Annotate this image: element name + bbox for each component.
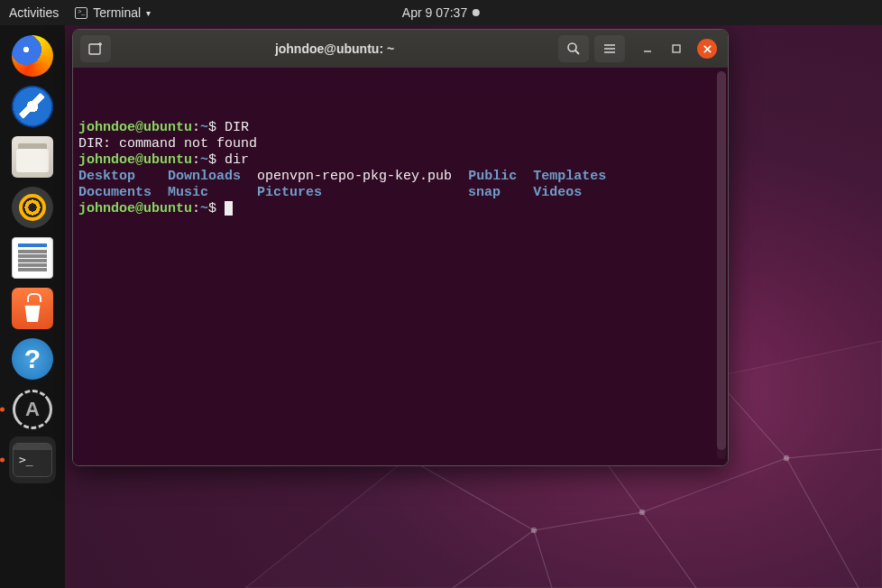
dir-entry: Music: [168, 185, 208, 200]
activities-label: Activities: [9, 5, 59, 20]
help-icon: ?: [12, 338, 53, 380]
dock-item-files[interactable]: [9, 133, 56, 180]
close-button[interactable]: [697, 39, 717, 59]
svg-rect-21: [673, 45, 680, 52]
prompt-userhost: johndoe@ubuntu: [78, 120, 192, 135]
rhythmbox-icon: [12, 187, 53, 228]
maximize-icon: [671, 43, 682, 54]
prompt-sep: :: [192, 152, 200, 168]
hamburger-menu-button[interactable]: [594, 35, 625, 62]
libreoffice-writer-icon: [12, 237, 53, 279]
command-text: DIR: [225, 120, 249, 135]
new-tab-button[interactable]: [80, 35, 111, 62]
datetime-label: Apr 9 07:37: [402, 5, 467, 20]
dock: ?: [0, 25, 65, 588]
app-menu-label: Terminal: [93, 5, 141, 20]
top-bar: Activities Terminal ▾ Apr 9 07:37: [0, 0, 882, 25]
dock-item-writer[interactable]: [9, 234, 56, 281]
terminal-output-line: DIR: command not found: [78, 136, 722, 152]
dir-entry: Pictures: [257, 185, 322, 200]
svg-point-14: [531, 528, 537, 533]
terminal-line: johndoe@ubuntu:~$ DIR: [78, 120, 722, 136]
chevron-down-icon: ▾: [146, 8, 151, 18]
svg-point-18: [568, 43, 576, 51]
dock-item-help[interactable]: ?: [9, 335, 56, 382]
dir-entry: Downloads: [168, 169, 241, 184]
app-menu-button[interactable]: Terminal ▾: [75, 5, 151, 20]
minimize-button[interactable]: [639, 41, 656, 57]
dock-item-updater[interactable]: [9, 386, 56, 433]
hamburger-icon: [602, 41, 617, 56]
dock-item-thunderbird[interactable]: [9, 83, 56, 130]
dock-item-terminal[interactable]: [9, 436, 56, 483]
ubuntu-software-icon: [12, 288, 53, 329]
activities-button[interactable]: Activities: [9, 5, 59, 20]
close-icon: [703, 44, 712, 54]
terminal-icon: [13, 443, 52, 477]
dir-entry: Templates: [533, 169, 606, 184]
terminal-dir-row: Documents Music Pictures snap Videos: [78, 185, 722, 201]
software-updater-icon: [13, 390, 52, 429]
svg-line-19: [575, 51, 579, 54]
maximize-button[interactable]: [668, 41, 684, 57]
command-text: dir: [225, 152, 249, 168]
thunderbird-icon: [12, 86, 53, 127]
prompt-path: ~: [200, 152, 208, 168]
prompt-symbol: $: [208, 120, 225, 135]
search-icon: [566, 41, 581, 56]
terminal-dir-row: Desktop Downloads openvpn-repo-pkg-key.p…: [78, 169, 722, 185]
notification-dot-icon: [473, 9, 480, 16]
prompt-userhost: johndoe@ubuntu: [78, 152, 192, 168]
svg-point-16: [784, 455, 789, 461]
dock-item-rhythmbox[interactable]: [9, 184, 56, 231]
dir-entry: Documents: [78, 185, 152, 200]
dir-entry: Videos: [533, 185, 582, 200]
firefox-icon: [12, 35, 53, 77]
prompt-symbol: $: [208, 201, 225, 216]
dock-item-software[interactable]: [9, 285, 56, 332]
terminal-line: johndoe@ubuntu:~$: [78, 201, 722, 217]
terminal-scrollbar[interactable]: [717, 71, 726, 459]
dir-entry: Desktop: [78, 169, 135, 184]
search-button[interactable]: [558, 35, 589, 62]
svg-point-15: [639, 510, 645, 515]
clock-button[interactable]: Apr 9 07:37: [402, 5, 480, 20]
new-tab-icon: [88, 41, 103, 56]
terminal-titlebar[interactable]: johndoe@ubuntu: ~: [73, 30, 728, 68]
prompt-sep: :: [192, 201, 200, 216]
window-title: johndoe@ubuntu: ~: [116, 41, 553, 56]
minimize-icon: [642, 43, 653, 54]
prompt-path: ~: [200, 201, 208, 216]
cursor: [225, 201, 233, 216]
terminal-icon: [75, 7, 87, 19]
terminal-line: johndoe@ubuntu:~$ dir: [78, 152, 722, 169]
prompt-userhost: johndoe@ubuntu: [78, 201, 192, 216]
dir-entry: Public: [468, 169, 517, 184]
dock-item-firefox[interactable]: [9, 32, 56, 79]
terminal-body[interactable]: johndoe@ubuntu:~$ DIRDIR: command not fo…: [73, 68, 728, 465]
prompt-sep: :: [192, 120, 200, 135]
terminal-window: johndoe@ubuntu: ~ johndoe@ubuntu:~$ DIRD…: [72, 29, 729, 466]
svg-rect-17: [89, 44, 100, 54]
prompt-symbol: $: [208, 152, 225, 168]
files-icon: [12, 136, 53, 178]
dir-entry: openvpn-repo-pkg-key.pub: [257, 169, 452, 184]
prompt-path: ~: [200, 120, 208, 135]
dir-entry: snap: [468, 185, 501, 200]
